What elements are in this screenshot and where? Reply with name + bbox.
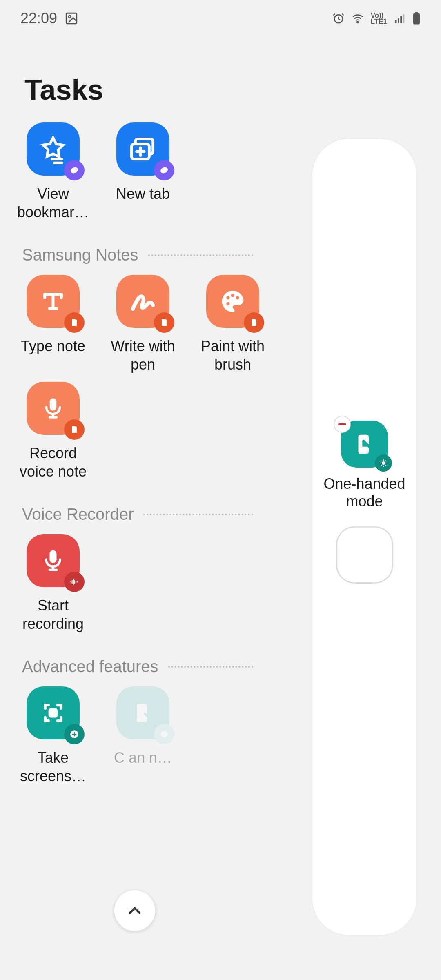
star-icon <box>38 134 68 164</box>
wifi-icon <box>351 12 364 25</box>
notes-badge-icon <box>244 312 264 333</box>
gear-badge-icon <box>375 454 392 472</box>
svg-point-3 <box>357 22 358 23</box>
internet-badge-icon <box>154 160 174 180</box>
svg-point-17 <box>226 302 229 305</box>
svg-point-16 <box>236 296 239 299</box>
task-write-with-pen[interactable]: Write with pen <box>102 275 184 374</box>
svg-rect-8 <box>413 13 420 24</box>
svg-rect-7 <box>403 14 405 23</box>
svg-rect-0 <box>66 13 77 24</box>
task-label: C​ an​ n… <box>114 748 172 767</box>
gear-badge-icon <box>64 724 85 744</box>
picture-icon <box>65 11 78 25</box>
remove-icon[interactable] <box>334 416 351 433</box>
page-title: Tasks <box>24 74 103 106</box>
battery-icon <box>412 12 421 25</box>
svg-point-14 <box>226 296 229 299</box>
section-title: Voice Recorder <box>22 505 134 523</box>
task-one-handed-secondary[interactable]: C​ an​ n… <box>102 686 184 785</box>
svg-point-10 <box>70 166 79 175</box>
section-title: Advanced features <box>22 657 158 676</box>
collapse-button[interactable] <box>114 890 155 931</box>
signal-icon <box>394 12 406 24</box>
svg-rect-9 <box>415 12 418 13</box>
internet-badge-icon <box>64 160 85 180</box>
svg-rect-18 <box>50 398 57 410</box>
mic-icon <box>40 395 67 422</box>
svg-point-23 <box>161 731 167 737</box>
notes-badge-icon <box>64 312 85 333</box>
section-samsung-notes: Samsung Notes <box>8 229 278 275</box>
divider-dots <box>168 666 253 668</box>
gear-badge-icon <box>154 724 174 744</box>
divider-dots <box>148 254 253 256</box>
screenshot-icon <box>40 699 67 726</box>
panel-item-label: One-handed mode <box>320 475 410 510</box>
svg-point-1 <box>69 16 71 18</box>
section-title: Samsung Notes <box>22 246 138 264</box>
svg-point-13 <box>160 166 169 175</box>
svg-rect-4 <box>395 20 397 23</box>
new-tab-icon <box>128 134 158 164</box>
task-label: Write with pen <box>102 337 184 374</box>
svg-rect-6 <box>400 16 402 23</box>
type-icon <box>39 287 67 316</box>
edge-panel[interactable]: One-handed mode <box>312 139 416 935</box>
chevron-up-icon <box>125 901 145 920</box>
svg-rect-22 <box>137 704 147 722</box>
task-type-note[interactable]: Type note <box>12 275 94 374</box>
task-take-screenshot[interactable]: Take screens… <box>12 686 94 785</box>
palette-icon <box>218 287 247 316</box>
task-label: Start recording <box>12 596 94 633</box>
empty-slot[interactable] <box>336 526 393 584</box>
task-label: View bookmar… <box>12 185 94 221</box>
tasks-list: View bookmar… New tab Samsung Notes <box>8 122 278 793</box>
task-new-tab[interactable]: New tab <box>102 122 184 221</box>
task-label: Take screens… <box>12 748 94 785</box>
status-bar: 22:09 Vo))LTE1 <box>0 0 441 37</box>
task-label: New tab <box>116 185 170 203</box>
notes-badge-icon <box>154 312 174 333</box>
section-advanced-features: Advanced features <box>8 641 278 686</box>
task-label: Record voice note <box>12 444 94 481</box>
waveform-badge-icon <box>64 572 85 592</box>
task-paint-with-brush[interactable]: Paint with brush <box>192 275 274 374</box>
mic-icon <box>39 547 67 575</box>
volte-icon: Vo))LTE1 <box>371 12 387 25</box>
task-label: Paint with brush <box>192 337 274 374</box>
task-view-bookmarks[interactable]: View bookmar… <box>12 122 94 221</box>
svg-point-25 <box>382 461 385 465</box>
svg-rect-19 <box>50 550 57 563</box>
task-label: Type note <box>21 337 85 355</box>
pen-scribble-icon <box>128 286 158 316</box>
one-hand-icon <box>131 701 155 725</box>
svg-point-15 <box>231 294 234 297</box>
divider-dots <box>143 514 253 515</box>
clock: 22:09 <box>20 10 57 27</box>
svg-rect-20 <box>50 710 57 717</box>
alarm-icon <box>332 12 345 24</box>
panel-item-one-handed-mode[interactable]: One-handed mode <box>320 421 410 510</box>
section-voice-recorder: Voice Recorder <box>8 489 278 534</box>
task-record-voice-note[interactable]: Record voice note <box>12 382 94 481</box>
task-start-recording[interactable]: Start recording <box>12 534 94 633</box>
svg-rect-5 <box>398 18 399 23</box>
one-hand-icon <box>352 432 377 457</box>
notes-badge-icon <box>64 419 85 440</box>
